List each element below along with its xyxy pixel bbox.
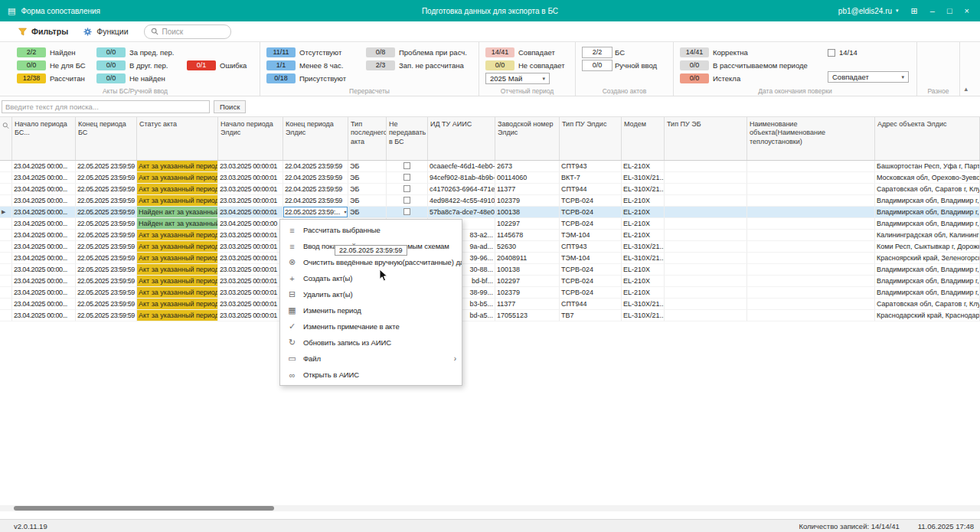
- table-search-button[interactable]: Поиск: [214, 100, 246, 113]
- badge-prev-period-label: За пред. пер.: [129, 48, 183, 57]
- table-row[interactable]: ▶ 23.04.2025 00:00... 22.05.2025 23:59:5…: [0, 207, 980, 218]
- no-transfer-checkbox[interactable]: [403, 174, 410, 181]
- context-menu-item[interactable]: + Создать акт(ы) ›: [280, 270, 462, 286]
- dropdown-arrow-icon[interactable]: ▾: [344, 207, 346, 217]
- no-transfer-checkbox[interactable]: [403, 208, 410, 215]
- badge-recalc-absent[interactable]: 11/11: [266, 47, 296, 57]
- badge-recalc-less8-label: Менее 8 час.: [299, 61, 362, 70]
- badge-other-period[interactable]: 0/0: [96, 60, 126, 70]
- badge-verify-correct[interactable]: 14/41: [680, 47, 709, 57]
- col-header-gutter[interactable]: [0, 117, 12, 160]
- cell-end-eldis[interactable]: 22.04.2025 23:59:59▾: [283, 172, 348, 184]
- badge-error[interactable]: 0/1: [187, 60, 216, 70]
- ribbon-search[interactable]: Поиск: [144, 24, 231, 39]
- table-row[interactable]: ▶ 23.04.2025 00:00... 22.05.2025 23:59:5…: [0, 253, 980, 264]
- cell-factory-num: 102297: [495, 276, 560, 287]
- context-menu-item[interactable]: ▦ Изменить период ›: [280, 302, 462, 318]
- table-row[interactable]: ▶ 23.04.2025 00:00... 22.05.2025 23:59:5…: [0, 264, 980, 276]
- tab-functions[interactable]: Функции: [83, 27, 128, 36]
- readings-list-icon: ≡: [287, 242, 297, 251]
- col-header-pu-type-eldis[interactable]: Тип ПУ Элдис: [560, 117, 622, 160]
- table-row[interactable]: ▶ 23.04.2025 00:00... 22.05.2025 23:59:5…: [0, 241, 980, 253]
- table-row[interactable]: ▶ 23.04.2025 00:00... 22.05.2025 23:59:5…: [0, 299, 980, 310]
- badge-period-nomatch[interactable]: 0/0: [485, 60, 514, 70]
- badge-not-for-bs[interactable]: 0/0: [17, 60, 46, 70]
- table-row[interactable]: ▶ 23.04.2025 00:00... 22.05.2025 23:59:5…: [0, 195, 980, 207]
- apps-grid-icon[interactable]: ⊞: [911, 7, 918, 15]
- col-header-obj-name[interactable]: Наименование объекта(Наименование теплоу…: [747, 117, 875, 160]
- cell-pu-type-eldis: ТСРВ-024: [560, 287, 622, 299]
- horizontal-scrollbar-thumb[interactable]: [14, 506, 274, 511]
- context-menu-item[interactable]: ⊟ Удалить акт(ы) ›: [280, 286, 462, 302]
- col-header-status[interactable]: Статус акта: [137, 117, 218, 160]
- no-transfer-checkbox[interactable]: [403, 162, 410, 169]
- calc-list-icon: ≡: [287, 226, 297, 235]
- cell-no-transfer: [387, 207, 428, 218]
- col-header-address[interactable]: Адрес объекта Элдис: [875, 117, 980, 160]
- badge-verify-inperiod[interactable]: 0/0: [680, 60, 709, 70]
- col-header-end-bs[interactable]: Конец периода БС: [76, 117, 137, 160]
- badge-verify-expired[interactable]: 0/0: [680, 73, 709, 83]
- user-menu[interactable]: pb1@eldis24.ru ▾: [838, 7, 899, 15]
- badge-verify-inperiod-label: В рассчитываемом периоде: [713, 61, 820, 70]
- badge-recalc-less8[interactable]: 1/1: [266, 60, 296, 70]
- badge-period-nomatch-label: Не совпадает: [518, 61, 567, 70]
- check-icon: ✓: [287, 321, 297, 331]
- context-menu-item[interactable]: ⊗ Очистить введённые вручную(рассчитанны…: [280, 254, 462, 270]
- table-row[interactable]: ▶ 23.04.2025 00:00... 22.05.2025 23:59:5…: [0, 276, 980, 287]
- month-select[interactable]: 2025 Май ▾: [485, 73, 550, 84]
- tab-filters[interactable]: Фильтры: [18, 27, 68, 36]
- badge-recalc-present[interactable]: 0/18: [266, 73, 296, 83]
- col-header-start-bs[interactable]: Начало периода БС...: [12, 117, 76, 160]
- table-row[interactable]: ▶ 23.04.2025 00:00... 22.05.2025 23:59:5…: [0, 172, 980, 184]
- table-search-input[interactable]: [2, 100, 210, 113]
- context-menu-item[interactable]: ✓ Изменить примечание в акте ›: [280, 318, 462, 335]
- table-row[interactable]: ▶ 23.04.2025 00:00... 22.05.2025 23:59:5…: [0, 230, 980, 241]
- col-header-end-eldis[interactable]: Конец периода Элдис: [283, 117, 348, 160]
- verification-checkbox[interactable]: [828, 49, 835, 57]
- context-menu-item[interactable]: ∞ Открыть в АИИС ›: [280, 367, 462, 383]
- collapse-filter-panel-button[interactable]: ▴: [964, 85, 968, 93]
- badge-recalc-problem[interactable]: 0/8: [366, 47, 395, 57]
- created-bs-count[interactable]: 2/2: [582, 47, 612, 58]
- cell-end-eldis[interactable]: 22.04.2025 23:59:59▾: [283, 161, 348, 172]
- badge-found-label: Найден: [50, 48, 93, 57]
- context-menu-item[interactable]: ▭ Файл ›: [280, 351, 462, 367]
- context-menu-item[interactable]: ≡ Рассчитать выбранные ›: [280, 222, 462, 238]
- badge-period-match[interactable]: 14/41: [485, 47, 514, 57]
- badge-recalc-notcalc[interactable]: 2/3: [366, 60, 395, 70]
- col-header-modem[interactable]: Модем: [622, 117, 665, 160]
- close-button[interactable]: ×: [965, 7, 969, 15]
- col-header-factory-num[interactable]: Заводской номер Элдис: [495, 117, 560, 160]
- col-header-last-act-type[interactable]: Тип последнего акта: [348, 117, 387, 160]
- no-transfer-checkbox[interactable]: [403, 185, 410, 192]
- badge-prev-period[interactable]: 0/0: [96, 47, 126, 57]
- row-gutter: ▶: [0, 207, 12, 218]
- table-row[interactable]: ▶ 23.04.2025 00:00... 22.05.2025 23:59:5…: [0, 287, 980, 299]
- minimize-button[interactable]: –: [930, 7, 935, 15]
- col-header-start-eldis[interactable]: Начало периода Элдис: [218, 117, 283, 160]
- maximize-button[interactable]: □: [947, 7, 952, 15]
- badge-not-found[interactable]: 0/0: [96, 73, 126, 83]
- created-manual-count[interactable]: 0/0: [582, 60, 612, 71]
- col-header-id-tu[interactable]: ИД ТУ АИИС: [428, 117, 495, 160]
- cell-modem: EL-210X: [622, 161, 665, 172]
- cell-end-eldis[interactable]: 22.05.2025 23:59:...▾: [283, 207, 348, 218]
- col-header-no-transfer[interactable]: Не передавать в БС: [387, 117, 428, 160]
- cell-address: Калининградская обл, Калининградс...: [875, 230, 980, 241]
- verification-match-select[interactable]: Совпадает ▾: [828, 71, 909, 83]
- center-title: Подготовка данных для экспорта в БС: [422, 7, 558, 15]
- context-menu-item[interactable]: ↻ Обновить запись из АИИС ›: [280, 335, 462, 351]
- no-transfer-checkbox[interactable]: [403, 197, 410, 204]
- table-row[interactable]: ▶ 23.04.2025 00:00... 22.05.2025 23:59:5…: [0, 161, 980, 172]
- table-row[interactable]: ▶ 23.04.2025 00:00... 22.05.2025 23:59:5…: [0, 310, 980, 321]
- cell-end-bs: 22.05.2025 23:59:59: [76, 264, 137, 276]
- cell-obj-name: [747, 287, 875, 299]
- badge-calculated[interactable]: 12/38: [17, 73, 46, 83]
- cell-end-eldis[interactable]: 22.04.2025 23:59:59▾: [283, 195, 348, 207]
- cell-end-eldis[interactable]: 22.04.2025 23:59:59▾: [283, 184, 348, 195]
- badge-found[interactable]: 2/2: [17, 47, 46, 57]
- table-row[interactable]: ▶ 23.04.2025 00:00... 22.05.2025 23:59:5…: [0, 218, 980, 230]
- table-row[interactable]: ▶ 23.04.2025 00:00... 22.05.2025 23:59:5…: [0, 184, 980, 195]
- col-header-pu-type-eb[interactable]: Тип ПУ ЭБ: [665, 117, 747, 160]
